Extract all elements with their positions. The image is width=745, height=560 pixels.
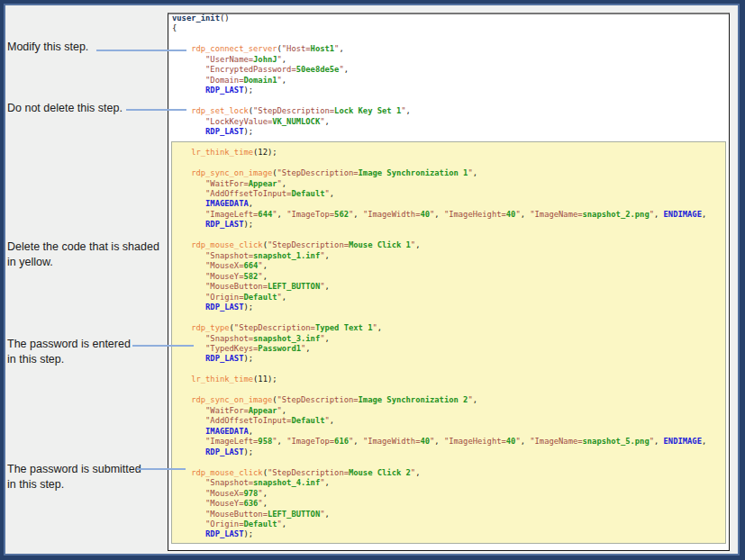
code-line: RDP_LAST); <box>172 529 706 539</box>
code-line: RDP_LAST); <box>172 303 706 312</box>
code-line <box>172 365 706 375</box>
code-line: "Snapshot=snapshot_4.inf", <box>172 478 706 488</box>
code-line: "MouseButton=LEFT_BUTTON", <box>172 510 706 519</box>
code-line: lr_think_time(11); <box>172 375 706 384</box>
code-line: rdp_type("StepDescription=Typed Text 1", <box>172 323 706 333</box>
code-line: "Snapshot=snapshot_1.inf", <box>172 251 706 261</box>
code-line: "Origin=Default", <box>172 519 706 529</box>
code-line: "ImageLeft=958", "ImageTop=616", "ImageW… <box>172 437 706 447</box>
code-line <box>172 385 706 395</box>
code-line: IMAGEDATA, <box>172 199 706 209</box>
code-line: vuser_init() <box>172 14 706 23</box>
code-line <box>172 230 706 240</box>
code-block: vuser_init(){ rdp_connect_server("Host=H… <box>172 14 706 540</box>
code-line: "MouseX=664", <box>172 261 706 271</box>
annotation-password-entered: The password is entered in this step. <box>7 337 131 367</box>
code-line <box>172 158 706 168</box>
code-line: RDP_LAST); <box>172 354 706 364</box>
code-line: IMAGEDATA, <box>172 427 706 437</box>
code-line: RDP_LAST); <box>172 447 706 457</box>
code-line: "MouseX=978", <box>172 489 706 499</box>
code-line: rdp_connect_server("Host=Host1", <box>172 44 706 54</box>
code-line <box>172 457 706 467</box>
connector-line-do-not-delete <box>126 109 186 111</box>
code-line: RDP_LAST); <box>172 220 706 230</box>
annotation-modify-step: Modify this step. <box>7 40 88 55</box>
code-line: "Domain=Domain1", <box>172 76 706 86</box>
code-line: rdp_mouse_click("StepDescription=Mouse C… <box>172 240 706 250</box>
code-line: "EncryptedPassword=50ee8de5e", <box>172 65 706 75</box>
code-line: "Origin=Default", <box>172 293 706 303</box>
connector-line-password-entered <box>132 345 194 347</box>
code-line <box>172 313 706 323</box>
code-line: "MouseY=582", <box>172 272 706 282</box>
code-line: "AddOffsetToInput=Default", <box>172 189 706 199</box>
code-line: "LockKeyValue=VK_NUMLOCK", <box>172 117 706 127</box>
code-line: "TypedKeys=Password1", <box>172 344 706 354</box>
code-line: rdp_set_lock("StepDescription=Lock Key S… <box>172 106 706 116</box>
code-line: rdp_mouse_click("StepDescription=Mouse C… <box>172 468 706 478</box>
code-line <box>172 138 706 148</box>
annotation-delete-yellow-code: Delete the code that is shaded in yellow… <box>7 239 159 270</box>
code-line: rdp_sync_on_image("StepDescription=Image… <box>172 168 706 178</box>
code-line: "AddOffsetToInput=Default", <box>172 416 706 426</box>
code-line: "Snapshot=snapshot_3.inf", <box>172 334 706 344</box>
code-line: "WaitFor=Appear", <box>172 179 706 189</box>
code-line: "ImageLeft=644", "ImageTop=562", "ImageW… <box>172 210 706 220</box>
annotation-password-submitted: The password is submitted in this step. <box>7 462 141 492</box>
code-line <box>172 34 706 44</box>
code-line: "WaitFor=Appear", <box>172 406 706 416</box>
code-line: "MouseButton=LEFT_BUTTON", <box>172 282 706 292</box>
code-line: "UserName=JohnJ", <box>172 55 706 65</box>
code-line: RDP_LAST); <box>172 127 706 137</box>
code-line: lr_think_time(12); <box>172 148 706 158</box>
connector-line-modify <box>96 50 186 51</box>
code-line: "MouseY=636", <box>172 499 706 509</box>
code-line <box>172 96 706 106</box>
code-line: rdp_sync_on_image("StepDescription=Image… <box>172 395 706 405</box>
connector-line-password-submitted <box>137 468 186 470</box>
code-line: { <box>172 23 706 33</box>
annotation-do-not-delete-step: Do not delete this step. <box>7 101 123 116</box>
code-line: RDP_LAST); <box>172 86 706 95</box>
